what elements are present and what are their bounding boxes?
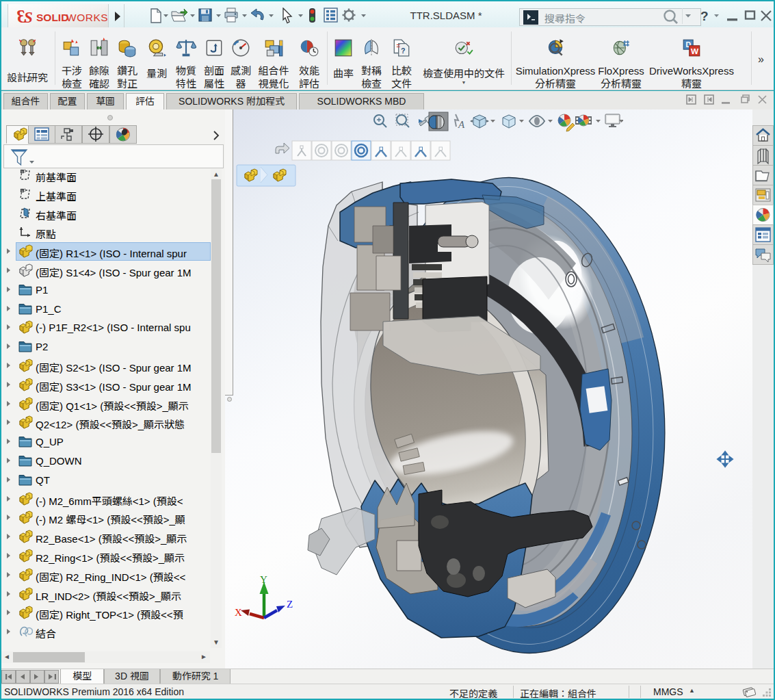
svg-text:S: S <box>24 9 33 26</box>
svg-text:X: X <box>235 607 242 618</box>
svg-text:?: ? <box>700 9 709 23</box>
svg-text:A: A <box>458 119 465 130</box>
svg-text:?: ? <box>401 47 406 55</box>
svg-text:WORKS: WORKS <box>66 12 108 23</box>
svg-text:Y: Y <box>260 575 267 585</box>
svg-text:=: = <box>397 42 401 49</box>
svg-text:W: W <box>691 47 699 55</box>
svg-text:SOLID: SOLID <box>36 12 68 23</box>
svg-text:Z: Z <box>287 599 293 610</box>
